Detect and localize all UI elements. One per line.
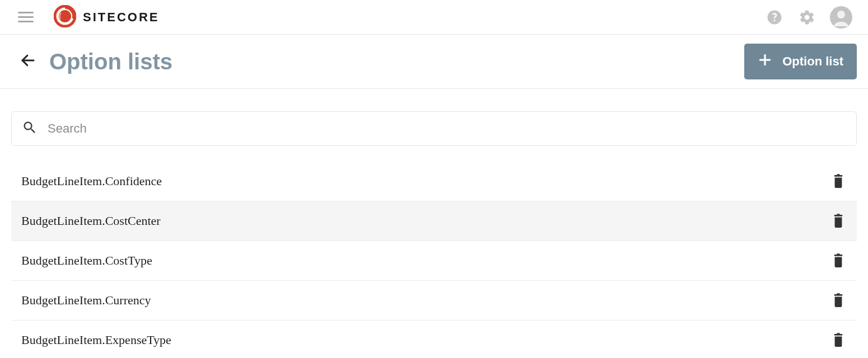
svg-rect-14 (837, 293, 840, 294)
list-item[interactable]: BudgetLineItem.CostCenter (11, 201, 857, 241)
arrow-left-icon (20, 52, 36, 71)
svg-rect-13 (834, 294, 843, 296)
trash-icon[interactable] (830, 213, 847, 229)
list-item-label: BudgetLineItem.CostType (21, 253, 830, 268)
svg-rect-16 (837, 333, 840, 334)
svg-rect-15 (834, 334, 843, 336)
page-title: Option lists (49, 49, 172, 74)
svg-rect-9 (834, 215, 843, 216)
gear-icon[interactable] (797, 8, 816, 27)
svg-rect-12 (837, 253, 840, 255)
list-item-label: BudgetLineItem.CostCenter (21, 214, 830, 228)
trash-icon[interactable] (830, 173, 847, 190)
list-item[interactable]: BudgetLineItem.CostType (11, 241, 857, 281)
svg-rect-11 (834, 255, 843, 256)
list-item-label: BudgetLineItem.Currency (21, 293, 830, 308)
option-list-table: BudgetLineItem.ConfidenceBudgetLineItem.… (11, 162, 857, 358)
plus-icon (758, 53, 772, 70)
list-item-label: BudgetLineItem.ExpenseType (21, 333, 830, 347)
search-box[interactable] (11, 111, 857, 146)
brand-name: SITECORE (83, 10, 159, 25)
svg-rect-7 (834, 175, 843, 177)
svg-point-1 (59, 10, 71, 22)
help-icon[interactable] (765, 8, 784, 27)
list-item-label: BudgetLineItem.Confidence (21, 174, 830, 189)
search-input[interactable] (48, 121, 846, 136)
sitecore-logo-icon (54, 5, 76, 30)
list-item[interactable]: BudgetLineItem.ExpenseType (11, 321, 857, 358)
list-item[interactable]: BudgetLineItem.Currency (11, 281, 857, 321)
search-icon (22, 120, 38, 138)
trash-icon[interactable] (830, 252, 847, 269)
add-option-list-button[interactable]: Option list (744, 44, 857, 79)
back-button[interactable] (17, 50, 39, 73)
svg-rect-10 (837, 214, 840, 215)
user-avatar-icon[interactable] (830, 6, 852, 29)
header-actions (765, 6, 852, 29)
hamburger-icon[interactable] (18, 8, 36, 26)
brand-logo[interactable]: SITECORE (54, 5, 159, 30)
svg-point-3 (837, 11, 845, 18)
primary-button-label: Option list (782, 54, 843, 69)
content-area: BudgetLineItem.ConfidenceBudgetLineItem.… (0, 89, 868, 358)
list-item[interactable]: BudgetLineItem.Confidence (11, 162, 857, 201)
svg-rect-8 (837, 174, 840, 175)
trash-icon[interactable] (830, 332, 847, 348)
app-header: SITECORE (0, 0, 868, 35)
trash-icon[interactable] (830, 292, 847, 309)
page-title-bar: Option lists Option list (0, 35, 868, 89)
